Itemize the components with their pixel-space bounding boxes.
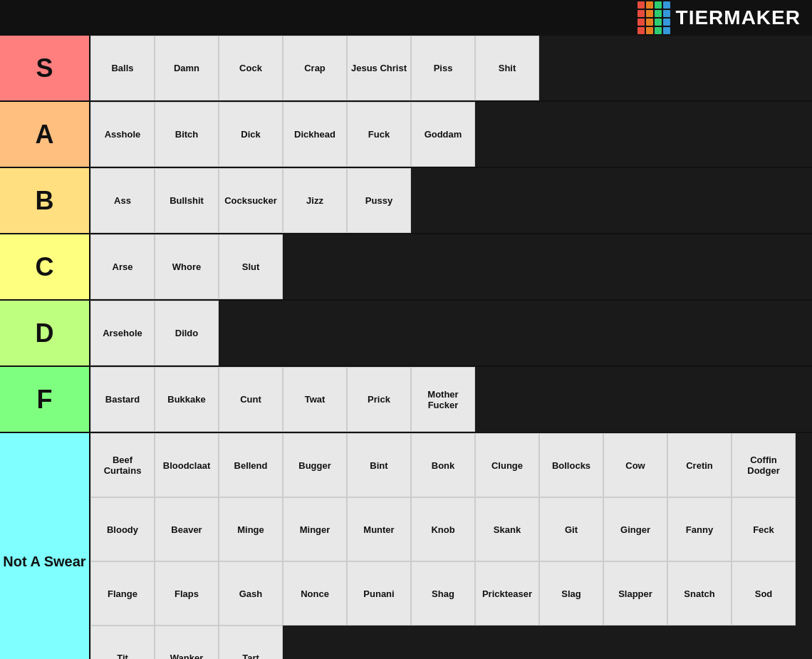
tier-item[interactable]: Dickhead bbox=[283, 102, 347, 167]
tier-items-d: ArseholeDildo bbox=[89, 301, 812, 365]
tier-item[interactable]: Tart bbox=[219, 626, 283, 659]
tier-item[interactable]: Piss bbox=[411, 36, 475, 100]
logo-grid-cell bbox=[663, 1, 670, 9]
tier-item[interactable]: Goddam bbox=[411, 102, 475, 167]
logo-grid-icon bbox=[637, 1, 670, 34]
tier-item[interactable]: Mother Fucker bbox=[411, 367, 475, 432]
logo-grid-cell bbox=[655, 10, 662, 17]
tier-list: SBallsDamnCockCrapJesus ChristPissShitAA… bbox=[0, 36, 812, 433]
tier-item[interactable]: Munter bbox=[347, 497, 411, 561]
tier-items-f: BastardBukkakeCuntTwatPrickMother Fucker bbox=[89, 367, 812, 432]
tier-label-a: A bbox=[0, 102, 89, 167]
tier-item[interactable]: Shit bbox=[475, 36, 539, 100]
tier-item[interactable]: Pussy bbox=[347, 168, 411, 233]
tier-item[interactable]: Sod bbox=[732, 561, 796, 626]
tier-item[interactable]: Fanny bbox=[667, 497, 732, 561]
tier-item[interactable]: Beef Curtains bbox=[90, 433, 155, 497]
tier-item[interactable]: Asshole bbox=[90, 102, 155, 167]
logo-grid-cell bbox=[663, 27, 670, 34]
logo-grid-cell bbox=[655, 1, 662, 9]
tier-label-c: C bbox=[0, 234, 89, 299]
tier-item[interactable]: Bastard bbox=[90, 367, 155, 432]
tier-item[interactable]: Bullshit bbox=[155, 168, 219, 233]
tier-item[interactable]: Balls bbox=[90, 36, 155, 100]
logo-grid-cell bbox=[663, 10, 670, 17]
tier-label-nas: Not A Swear bbox=[0, 433, 89, 659]
tier-row-a: AAssholeBitchDickDickheadFuckGoddam bbox=[0, 102, 812, 168]
tier-item[interactable]: Slut bbox=[219, 234, 283, 299]
tier-item[interactable]: Slag bbox=[539, 561, 603, 626]
tier-item[interactable]: Bint bbox=[347, 433, 411, 497]
tier-item[interactable]: Clunge bbox=[475, 433, 539, 497]
tier-item[interactable]: Minge bbox=[219, 497, 283, 561]
tier-item[interactable]: Snatch bbox=[667, 561, 732, 626]
tier-item[interactable]: Arsehole bbox=[90, 301, 155, 365]
tier-item[interactable]: Beaver bbox=[155, 497, 219, 561]
tier-item[interactable]: Shag bbox=[411, 561, 475, 626]
nas-items-wrap: Beef CurtainsBloodclaatBellendBuggerBint… bbox=[89, 433, 812, 659]
logo-grid-cell bbox=[646, 10, 653, 17]
tier-item[interactable]: Dick bbox=[219, 102, 283, 167]
tier-item[interactable]: Bollocks bbox=[539, 433, 603, 497]
tier-item[interactable]: Cow bbox=[603, 433, 667, 497]
tier-item[interactable]: Feck bbox=[732, 497, 796, 561]
tier-row-d: DArseholeDildo bbox=[0, 301, 812, 367]
tier-item[interactable]: Nonce bbox=[283, 561, 347, 626]
logo: TiERMAKER bbox=[637, 1, 801, 34]
tier-item[interactable]: Damn bbox=[155, 36, 219, 100]
tier-item[interactable]: Bugger bbox=[283, 433, 347, 497]
tier-item[interactable]: Bellend bbox=[219, 433, 283, 497]
tier-row-s: SBallsDamnCockCrapJesus ChristPissShit bbox=[0, 36, 812, 102]
tier-label-b: B bbox=[0, 168, 89, 233]
tier-item[interactable]: Twat bbox=[283, 367, 347, 432]
logo-grid-cell bbox=[646, 27, 653, 34]
tier-item[interactable]: Tit bbox=[90, 626, 155, 659]
tier-item[interactable]: Wanker bbox=[155, 626, 219, 659]
tier-item[interactable]: Slapper bbox=[603, 561, 667, 626]
tier-item[interactable]: Whore bbox=[155, 234, 219, 299]
tier-item[interactable]: Gash bbox=[219, 561, 283, 626]
tier-item[interactable]: Git bbox=[539, 497, 603, 561]
nas-row-1: BloodyBeaverMingeMingerMunterKnobSkankGi… bbox=[90, 497, 812, 561]
tier-row-b: BAssBullshitCocksuckerJizzPussy bbox=[0, 168, 812, 234]
logo-grid-cell bbox=[655, 27, 662, 34]
tier-item[interactable]: Flange bbox=[90, 561, 155, 626]
tier-item[interactable]: Knob bbox=[411, 497, 475, 561]
tier-item[interactable]: Dildo bbox=[155, 301, 219, 365]
tier-item[interactable]: Flaps bbox=[155, 561, 219, 626]
tier-item[interactable]: Minger bbox=[283, 497, 347, 561]
logo-grid-cell bbox=[646, 1, 653, 9]
tier-items-a: AssholeBitchDickDickheadFuckGoddam bbox=[89, 102, 812, 167]
tier-item[interactable]: Fuck bbox=[347, 102, 411, 167]
tier-item[interactable]: Bloody bbox=[90, 497, 155, 561]
tier-label-d: D bbox=[0, 301, 89, 365]
tier-item[interactable]: Jesus Christ bbox=[347, 36, 411, 100]
logo-grid-cell bbox=[637, 1, 645, 9]
tier-item[interactable]: Cunt bbox=[219, 367, 283, 432]
tier-item[interactable]: Punani bbox=[347, 561, 411, 626]
header: TiERMAKER bbox=[0, 0, 812, 36]
tier-item[interactable]: Cock bbox=[219, 36, 283, 100]
tier-item[interactable]: Arse bbox=[90, 234, 155, 299]
tier-row-f: FBastardBukkakeCuntTwatPrickMother Fucke… bbox=[0, 367, 812, 433]
tier-item[interactable]: Ass bbox=[90, 168, 155, 233]
tier-item[interactable]: Bloodclaat bbox=[155, 433, 219, 497]
tier-item[interactable]: Bitch bbox=[155, 102, 219, 167]
tier-item[interactable]: Prickteaser bbox=[475, 561, 539, 626]
tier-label-s: S bbox=[0, 36, 89, 100]
nas-row-3: TitWankerTart bbox=[90, 626, 812, 659]
tier-item[interactable]: Ginger bbox=[603, 497, 667, 561]
tier-item[interactable]: Coffin Dodger bbox=[732, 433, 796, 497]
tier-item[interactable]: Bukkake bbox=[155, 367, 219, 432]
tier-row-c: CArseWhoreSlut bbox=[0, 234, 812, 301]
tier-item[interactable]: Jizz bbox=[283, 168, 347, 233]
tier-item[interactable]: Cretin bbox=[667, 433, 732, 497]
tier-item[interactable]: Bonk bbox=[411, 433, 475, 497]
tier-item[interactable]: Prick bbox=[347, 367, 411, 432]
tier-item[interactable]: Cocksucker bbox=[219, 168, 283, 233]
logo-grid-cell bbox=[646, 19, 653, 26]
tier-item[interactable]: Skank bbox=[475, 497, 539, 561]
tier-items-b: AssBullshitCocksuckerJizzPussy bbox=[89, 168, 812, 233]
tier-item[interactable]: Crap bbox=[283, 36, 347, 100]
tier-items-c: ArseWhoreSlut bbox=[89, 234, 812, 299]
